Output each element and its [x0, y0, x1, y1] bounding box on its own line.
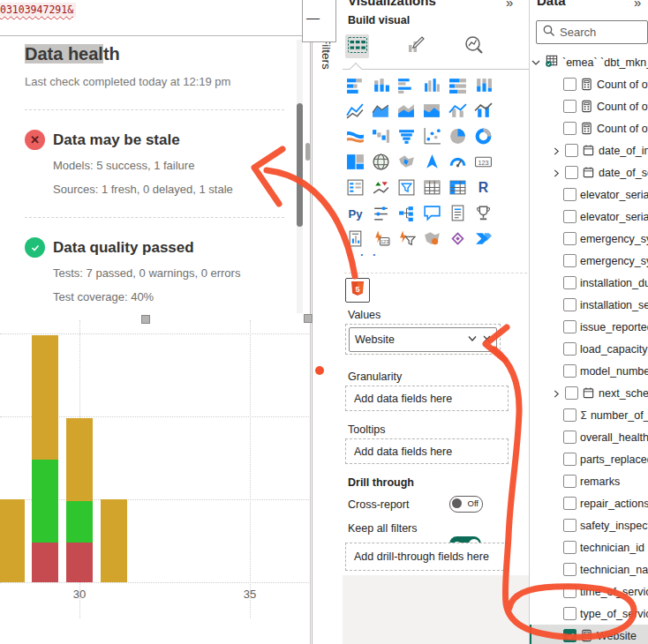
q-and-a-icon[interactable]: [423, 204, 441, 222]
bar-segment-red-series[interactable]: [32, 543, 58, 582]
collapse-pane-icon[interactable]: »: [634, 0, 641, 10]
tab-analytics[interactable]: [462, 34, 486, 58]
field-checkbox[interactable]: [563, 100, 576, 113]
field-row[interactable]: repair_actions_t...: [530, 492, 648, 514]
chevron-down-icon[interactable]: [468, 333, 477, 346]
field-row[interactable]: Count of overal...: [530, 95, 648, 117]
table-node-row[interactable]: `emea` `dbt_mkn_bron...: [530, 51, 648, 73]
field-checkbox[interactable]: [563, 408, 576, 422]
power-automate-icon[interactable]: [474, 229, 493, 248]
field-row[interactable]: elevator_serial_...: [530, 206, 648, 228]
field-checkbox[interactable]: [563, 78, 576, 91]
custom-visual-icon[interactable]: [448, 229, 467, 248]
field-checkbox[interactable]: [563, 431, 576, 444]
parameter-slicer-icon[interactable]: [372, 204, 390, 222]
field-checkbox[interactable]: [563, 122, 576, 135]
field-checkbox[interactable]: [563, 563, 576, 576]
field-checkbox[interactable]: [565, 166, 578, 179]
granularity-well[interactable]: Add data fields here: [345, 386, 509, 411]
chevron-down-icon[interactable]: [531, 55, 541, 71]
filters-pane[interactable]: Filters: [313, 0, 343, 644]
bar-segment-green-series[interactable]: [66, 501, 93, 543]
bar-segment-gold-series[interactable]: [0, 499, 25, 582]
bar-segment-gold-series[interactable]: [101, 499, 127, 582]
chevron-right-icon[interactable]: [553, 165, 561, 181]
canvas-scrollbar-thumb[interactable]: [305, 143, 310, 161]
drill-through-well[interactable]: Add drill-through fields here: [345, 543, 509, 571]
tab-format-visual[interactable]: [403, 34, 426, 58]
ribbon-chart-icon[interactable]: [346, 127, 365, 146]
bar-segment-green-series[interactable]: [32, 460, 58, 543]
treemap-icon[interactable]: [346, 153, 365, 171]
field-checkbox[interactable]: [563, 188, 576, 201]
clustered-column-chart-icon[interactable]: [423, 76, 441, 94]
field-row[interactable]: type_of_service: [530, 603, 648, 625]
field-row[interactable]: technician_id: [530, 536, 648, 558]
field-row[interactable]: installation_dur...: [530, 272, 648, 294]
bar-segment-gold-series[interactable]: [66, 418, 93, 501]
values-field-pill[interactable]: Website: [349, 327, 497, 352]
hundred-stacked-column-chart-icon[interactable]: [474, 76, 493, 94]
field-checkbox[interactable]: [563, 541, 576, 554]
field-row[interactable]: load_capacity: [530, 338, 648, 360]
matrix-icon[interactable]: [448, 178, 467, 197]
r-script-visual-icon[interactable]: R: [474, 178, 493, 197]
field-row[interactable]: date_of_installa...: [530, 139, 648, 161]
field-checkbox[interactable]: [563, 254, 576, 267]
scatter-chart-icon[interactable]: [423, 127, 441, 146]
tooltips-well[interactable]: Add data fields here: [345, 438, 509, 464]
field-checkbox[interactable]: [563, 453, 576, 466]
visual-resize-handle-top[interactable]: [141, 315, 150, 324]
field-row[interactable]: Σnumber_of_floo...: [530, 404, 648, 426]
hundred-stacked-bar-chart-icon[interactable]: [448, 76, 467, 94]
field-checkbox[interactable]: [563, 364, 576, 378]
remove-field-icon[interactable]: [483, 333, 491, 346]
bar-segment-gold-series[interactable]: [32, 335, 58, 460]
donut-chart-icon[interactable]: [474, 127, 493, 146]
field-row[interactable]: technician_name: [530, 558, 648, 580]
kpi-icon[interactable]: [372, 178, 390, 197]
field-row[interactable]: date_of_service: [530, 161, 648, 183]
power-automate-trigger-icon[interactable]: [397, 229, 416, 248]
field-row[interactable]: model_number: [530, 360, 648, 382]
field-row[interactable]: emergency_syst...: [530, 250, 648, 272]
search-input[interactable]: Search: [536, 20, 648, 44]
field-row[interactable]: emergency_syst...: [530, 228, 648, 250]
metrics-icon[interactable]: [474, 204, 493, 222]
collapse-pane-icon[interactable]: »: [506, 0, 513, 10]
field-row[interactable]: Website: [530, 625, 648, 644]
field-checkbox[interactable]: [563, 276, 576, 289]
field-checkbox-checked[interactable]: [563, 629, 576, 642]
slicer-icon[interactable]: [397, 178, 416, 197]
visual-resize-handle-corner[interactable]: [304, 314, 313, 323]
line-and-clustered-column-chart-icon[interactable]: [474, 101, 493, 120]
stacked-column-chart-icon[interactable]: [372, 76, 390, 94]
field-row[interactable]: elevator_serial_...: [530, 183, 648, 206]
chart-visual[interactable]: 3035: [0, 318, 311, 644]
gauge-icon[interactable]: [448, 153, 467, 171]
decomposition-tree-icon[interactable]: [397, 204, 416, 222]
smart-narrative-icon[interactable]: [448, 204, 467, 222]
power-apps-icon[interactable]: 123: [372, 229, 390, 248]
tab-build-visual[interactable]: [345, 34, 369, 58]
get-more-visuals-button[interactable]: · · ·: [348, 248, 379, 261]
field-row[interactable]: next_scheduled...: [530, 382, 648, 404]
stacked-bar-chart-icon[interactable]: [346, 76, 365, 94]
field-row[interactable]: remarks: [530, 470, 648, 492]
field-checkbox[interactable]: [563, 585, 576, 598]
pie-chart-icon[interactable]: [448, 127, 467, 146]
card-icon[interactable]: 123: [474, 153, 493, 171]
field-row[interactable]: parts_replaced: [530, 448, 648, 470]
cross-report-toggle[interactable]: Off: [449, 496, 483, 513]
line-chart-icon[interactable]: [346, 101, 365, 120]
field-row[interactable]: installation_serv...: [530, 294, 648, 316]
field-row[interactable]: Count of overal...: [530, 117, 648, 139]
chevron-right-icon[interactable]: [553, 386, 561, 401]
field-row[interactable]: time_of_service: [530, 580, 648, 603]
table-icon[interactable]: [423, 178, 441, 197]
minimize-button[interactable]: —: [302, 0, 336, 42]
bar-segment-red-series[interactable]: [66, 543, 93, 582]
field-checkbox[interactable]: [565, 144, 578, 157]
field-checkbox[interactable]: [563, 497, 576, 510]
field-checkbox[interactable]: [563, 342, 576, 356]
